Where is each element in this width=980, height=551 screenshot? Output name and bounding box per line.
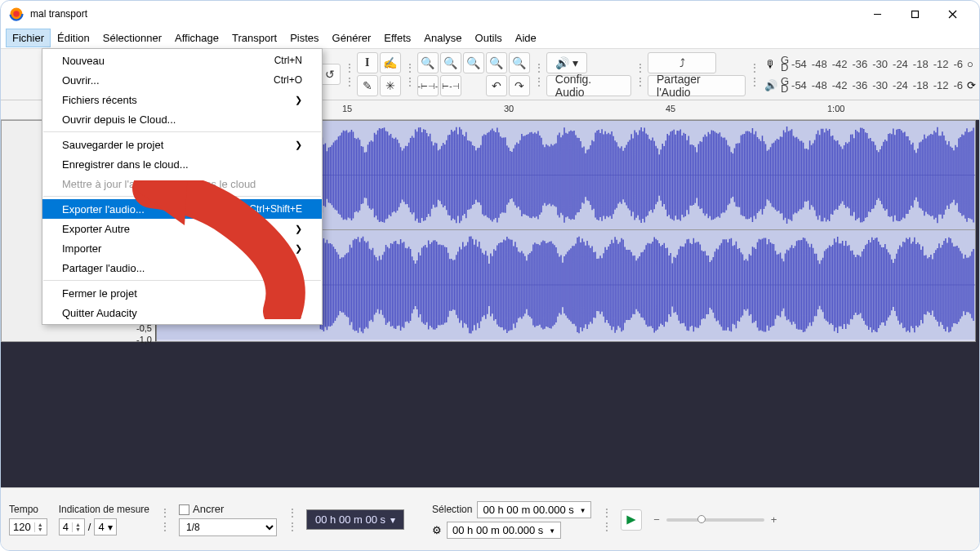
audio-config-button[interactable]: Config. Audio (546, 75, 631, 96)
undo-button[interactable]: ↶ (486, 75, 507, 96)
envelope-tool[interactable]: ✍ (380, 52, 401, 73)
share-audio-button[interactable]: Partager l'Audio (648, 75, 746, 96)
menu-générer[interactable]: Générer (326, 29, 378, 47)
menuitem-quitter-audacity[interactable]: Quitter AudacityCtrl+Q (42, 303, 322, 322)
timesig-num[interactable]: 4▲▼ (59, 518, 85, 535)
record-meter[interactable]: 🎙 GD -54-48-42-36-30-24-18-12-6 ○ (762, 55, 976, 73)
menuitem-importer[interactable]: Importer❯ (42, 238, 322, 258)
menuitem-sauvegarder-le-projet[interactable]: Sauvegarder le projet❯ (42, 135, 322, 154)
grip-icon[interactable] (636, 52, 643, 96)
minimize-button[interactable] (858, 1, 896, 27)
trim-icon[interactable]: -⊢⊣- (417, 75, 439, 96)
zoom-sel-icon[interactable]: 🔍 (463, 52, 484, 73)
menu-pistes[interactable]: Pistes (283, 29, 325, 47)
menuitem-nouveau[interactable]: NouveauCtrl+N (42, 51, 322, 70)
grip-icon[interactable] (751, 52, 757, 96)
selection-label: Sélection (432, 504, 472, 515)
svg-marker-11 (627, 515, 636, 524)
grip-icon[interactable] (603, 498, 609, 542)
close-button[interactable] (933, 1, 971, 27)
selection-end[interactable]: 00 h 00 m 00.000 s ▾ (447, 522, 561, 539)
menuitem-fichiers-r-cents[interactable]: Fichiers récents❯ (42, 90, 322, 109)
meter-end-icon: ⟳ (967, 79, 976, 91)
grip-icon[interactable] (288, 498, 295, 542)
maximize-button[interactable] (896, 1, 933, 27)
menu-sélectionner[interactable]: Sélectionner (96, 29, 168, 47)
grip-icon[interactable] (161, 498, 167, 542)
svg-point-2 (13, 11, 20, 17)
empty-track-area[interactable] (1, 365, 979, 487)
window-title: mal transport (30, 8, 858, 20)
menu-édition[interactable]: Édition (51, 29, 96, 47)
silence-icon[interactable]: ⊢-⊣ (440, 75, 461, 96)
minus-icon[interactable]: − (653, 513, 660, 526)
multi-tool[interactable]: ✳ (380, 75, 401, 96)
grip-icon[interactable] (406, 52, 412, 96)
zoom-toggle-icon[interactable]: 🔍 (509, 52, 530, 73)
grip-icon[interactable] (535, 52, 541, 96)
menuitem-exporter-autre[interactable]: Exporter Autre❯ (42, 219, 322, 238)
ibeam-tool[interactable]: I (357, 52, 378, 73)
time-display[interactable]: 00 h 00 m 00 s▾ (306, 509, 404, 530)
redo-button[interactable]: ↷ (509, 75, 530, 96)
menu-aide[interactable]: Aide (509, 29, 543, 47)
play-at-speed-button[interactable] (621, 509, 642, 531)
menu-transport[interactable]: Transport (225, 29, 283, 47)
svg-rect-4 (911, 11, 918, 17)
timesig-label: Indication de mesure (59, 504, 149, 515)
tempo-input[interactable]: 120▲▼ (9, 518, 47, 535)
playback-speed[interactable]: 🔊 ▾ (546, 52, 587, 73)
menuitem-ouvrir-[interactable]: Ouvrir...Ctrl+O (42, 70, 322, 90)
menu-effets[interactable]: Effets (377, 29, 417, 47)
zoom-fit-icon[interactable]: 🔍 (486, 52, 507, 73)
grip-icon[interactable] (345, 52, 352, 96)
menu-fichier[interactable]: Fichier (6, 29, 51, 47)
menuitem-exporter-l-audio-[interactable]: Exporter l'audio...Ctrl+Shift+E (42, 199, 322, 219)
speaker-icon: 🔊 (762, 76, 780, 94)
draw-tool[interactable]: ✎ (357, 75, 378, 96)
menu-outils[interactable]: Outils (469, 29, 509, 47)
zoom-out-icon[interactable]: 🔍 (440, 52, 461, 73)
menuitem-fermer-le-projet[interactable]: Fermer le projetCtrl+W (42, 283, 322, 303)
menubar: FichierÉditionSélectionnerAffichageTrans… (1, 27, 979, 48)
playback-meter[interactable]: 🔊 GD -54-48-42-36-30-24-18-12-6 ⟳ (762, 76, 976, 94)
menuitem-enregistrer-dans-le-cloud-[interactable]: Enregistrer dans le cloud... (42, 154, 322, 174)
titlebar: mal transport (1, 1, 979, 27)
menuitem-mettre-jour-l-aper-u-audio-dans-le-cloud: Mettre à jour l'aperçu audio dans le clo… (42, 174, 322, 193)
tempo-label: Tempo (9, 504, 47, 515)
snap-select[interactable]: 1/8 (179, 518, 277, 536)
speed-slider[interactable] (666, 518, 764, 522)
plus-icon[interactable]: + (771, 513, 777, 526)
menuitem-ouvrir-depuis-le-cloud-[interactable]: Ouvrir depuis le Cloud... (42, 109, 322, 129)
menu-analyse[interactable]: Analyse (417, 29, 468, 47)
menuitem-partager-l-audio-[interactable]: Partager l'audio... (42, 258, 322, 278)
app-icon (9, 7, 24, 21)
meter-end-icon: ○ (967, 58, 973, 70)
gear-icon[interactable]: ⚙ (432, 524, 442, 536)
menu-affichage[interactable]: Affichage (168, 29, 225, 47)
zoom-in-icon[interactable]: 🔍 (417, 52, 439, 73)
file-menu-dropdown: NouveauCtrl+NOuvrir...Ctrl+OFichiers réc… (42, 48, 323, 325)
share-icon[interactable]: ⤴ (648, 52, 716, 73)
scale-label: -1,0 (136, 335, 152, 344)
microphone-icon: 🎙 (762, 55, 780, 73)
footer-toolbar: Tempo 120▲▼ Indication de mesure 4▲▼ / 4… (1, 487, 979, 551)
anchor-checkbox[interactable]: Ancrer (179, 503, 277, 515)
timesig-den[interactable]: 4 ▾ (94, 518, 116, 535)
selection-start[interactable]: 00 h 00 m 00.000 s ▾ (477, 501, 591, 518)
